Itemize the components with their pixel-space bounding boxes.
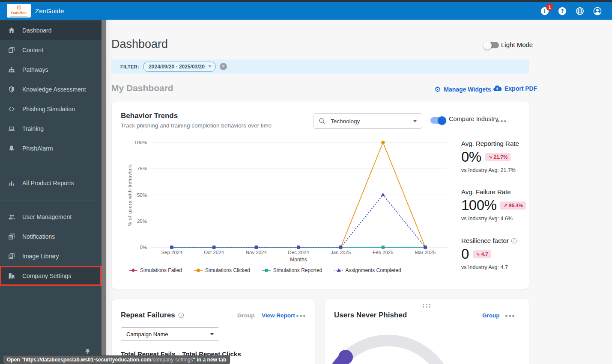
behavior-trends-subtitle: Track phishing and training completion b… [121,122,272,129]
filter-clear-button[interactable]: × [220,63,227,70]
info-icon[interactable] [511,238,517,244]
sidebar-item-knowledge-assessment[interactable]: Knowledge Assessment [0,80,102,99]
stat-resilience-factor: Resilience factor 0 ↘ 4.7 vs Industry Av… [461,237,529,270]
sidebar-item-content[interactable]: Content [0,40,102,60]
databee-logo: DataBee [7,4,31,18]
sidebar: DashboardContentPathwaysKnowledge Assess… [0,20,102,364]
chart-icon [8,179,15,187]
legend-item: Simulations Failed [129,267,182,273]
chevron-down-icon [210,333,214,335]
link-status-tooltip: Open "https://databeespeclab.ws01-securi… [3,355,230,364]
svg-text:75%: 75% [137,166,147,171]
sidebar-item-pathways[interactable]: Pathways [0,60,102,80]
manage-widgets-button[interactable]: ⚙ Manage Widgets [434,85,491,94]
svg-text:Feb 2025: Feb 2025 [373,250,394,255]
repeat-failures-title: Repeat Failures [121,311,175,320]
scrollbar-thumb[interactable] [102,20,106,364]
light-mode-toggle[interactable] [484,42,499,48]
drag-handle-icon[interactable] [423,304,431,308]
people-icon [8,213,15,221]
repeat-failures-menu-button[interactable] [296,315,305,317]
repeat-failures-group-button[interactable]: Group [237,312,255,319]
shield-icon [8,86,15,93]
trend-down-icon: ↘ [476,252,480,257]
view-report-link[interactable]: View Report [262,312,295,319]
page-scrollbar[interactable] [102,20,107,364]
sidebar-item-training[interactable]: Training [0,119,102,139]
export-pdf-button[interactable]: Export PDF [493,85,537,92]
stat-avg-failure-rate: Avg. Failure Rate 100% ↗ 95.4% vs Indust… [461,188,529,222]
notifications-icon [8,233,15,240]
svg-text:?: ? [561,8,564,14]
sidebar-item-all-product-reports[interactable]: All Product Reports [0,173,102,193]
campaign-select-value: Campaign Name [126,331,210,337]
svg-text:Months: Months [290,257,307,263]
databee-logo-subtext [10,16,27,17]
chevron-down-icon [208,65,212,68]
top-navbar: DataBee ZenGuide 1 ? [0,2,612,20]
trend-down-icon: ↘ [488,154,493,160]
filter-label: FILTER: [120,64,139,69]
users-never-phished-card: Users Never Phished Group [325,299,529,364]
notification-badge[interactable]: 1 [546,3,553,11]
sidebar-item-dashboard[interactable]: Dashboard [0,21,102,40]
svg-text:50%: 50% [137,192,147,198]
legend-item: Simulations Clicked [194,267,250,273]
behavior-trends-chart: 0%25%50%75%100%Sep 2024Oct 2024Nov 2024D… [125,137,455,270]
my-dashboard-title: My Dashboard [111,83,173,93]
sidebar-item-company-settings[interactable]: Company Settings [0,266,102,286]
globe-icon[interactable] [575,6,585,16]
compare-industry-label: Compare Industry [449,115,498,122]
content-icon [8,46,15,54]
page-title: Dashboard [111,38,168,51]
sidebar-item-phishalarm[interactable]: PhishAlarm [0,139,102,158]
svg-text:100%: 100% [134,140,147,145]
trend-badge: ↘ 21.7% [485,153,510,161]
campaign-name-select[interactable]: Campaign Name [121,327,219,341]
svg-text:25%: 25% [137,219,147,224]
behavior-trends-card: Behavior Trends Track phishing and train… [111,101,529,289]
legend-item: Assignments Completed [334,267,401,273]
legend-item: Simulations Reported [262,267,322,273]
svg-text:Mar 2025: Mar 2025 [415,250,436,255]
users-never-phished-title: Users Never Phished [334,311,407,320]
pin-icon[interactable] [84,348,91,355]
code-icon [8,105,15,113]
trend-badge: ↘ 4.7 [473,250,491,258]
behavior-trends-title: Behavior Trends [121,112,178,120]
gear-icon: ⚙ [434,85,441,94]
stat-avg-reporting-rate: Avg. Reporting Rate 0% ↘ 21.7% vs Indust… [461,140,529,173]
svg-text:Jan 2025: Jan 2025 [331,250,351,255]
databee-logo-text: DataBee [11,11,27,15]
sidebar-item-image-library[interactable]: Image Library [0,246,102,266]
trend-up-icon: ↗ [503,203,508,208]
bell-icon [8,145,15,152]
trend-badge: ↗ 95.4% [500,201,525,210]
building-icon [8,272,15,280]
home-icon [8,27,15,34]
info-icon[interactable] [178,312,184,318]
light-mode-label: Light Mode [501,41,533,48]
svg-text:Oct 2024: Oct 2024 [204,250,224,255]
sidebar-item-notifications[interactable]: Notifications [0,227,102,246]
filter-bar: FILTER: 2024/09/20 - 2025/03/20 × [111,59,529,74]
date-range-value: 2024/09/20 - 2025/03/20 [149,64,205,70]
cloud-download-icon [493,86,502,92]
svg-text:Nov 2024: Nov 2024 [246,250,267,255]
chart-legend: Simulations FailedSimulations ClickedSim… [129,267,401,273]
repeat-failures-card: Repeat Failures Group View Report Campai… [111,299,315,364]
industry-select-value: Technology [331,118,408,124]
industry-select[interactable]: Technology [313,113,422,129]
compare-industry-toggle[interactable] [430,117,445,124]
date-range-chip[interactable]: 2024/09/20 - 2025/03/20 [143,62,216,72]
pathways-icon [8,66,15,74]
sidebar-item-phishing-simulation[interactable]: Phishing Simulation [0,99,102,119]
help-icon[interactable]: ? [558,6,567,16]
users-never-phished-group-button[interactable]: Group [482,312,500,319]
search-icon [319,118,325,124]
sidebar-item-user-management[interactable]: User Management [0,207,102,227]
users-never-phished-menu-button[interactable] [505,315,514,317]
behavior-trends-menu-button[interactable] [497,120,506,122]
account-icon[interactable] [593,6,602,16]
svg-text:Dec 2024: Dec 2024 [288,250,309,255]
